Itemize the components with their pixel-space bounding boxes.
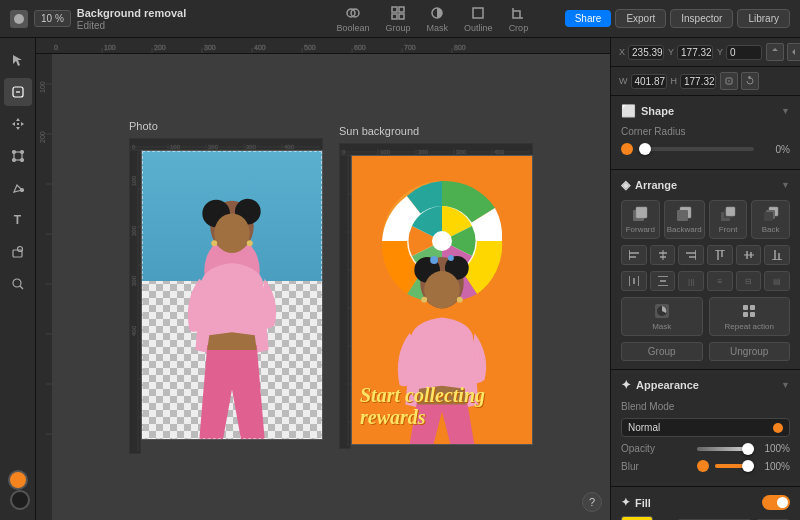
opacity-label: Opacity: [621, 443, 691, 454]
repeat-action-button[interactable]: Repeat action: [709, 297, 791, 336]
opacity-slider[interactable]: [697, 447, 754, 451]
flip-v-icon[interactable]: [787, 43, 800, 61]
appearance-section-header[interactable]: ✦ Appearance ▼: [621, 378, 790, 392]
align-right[interactable]: [678, 245, 704, 265]
blend-mode-dot: [773, 423, 783, 433]
front-button[interactable]: Front: [709, 200, 748, 239]
shape-tool[interactable]: [4, 238, 32, 266]
left-toolbar: T: [0, 38, 36, 520]
forward-label: Forward: [626, 225, 655, 234]
pen-tool[interactable]: [4, 174, 32, 202]
svg-rect-143: [743, 305, 748, 310]
fill-toggle[interactable]: [762, 495, 790, 510]
panel1-label: Photo: [129, 120, 323, 132]
svg-point-104: [430, 256, 438, 264]
zoom-button[interactable]: 10 %: [34, 10, 71, 27]
canvas-panel-1: Photo 0100200300400 100200300400: [129, 120, 323, 454]
inspector-button[interactable]: Inspector: [670, 9, 733, 28]
shape-section-header[interactable]: ⬜ Shape ▼: [621, 104, 790, 118]
svg-text:800: 800: [454, 44, 466, 51]
flip-h-icon[interactable]: [766, 43, 784, 61]
svg-text:500: 500: [304, 44, 316, 51]
bg-remove-tool[interactable]: [4, 78, 32, 106]
h-value[interactable]: 177.32: [680, 74, 716, 89]
align-center-h[interactable]: [650, 245, 676, 265]
h-coord-group: H 177.32: [671, 74, 717, 89]
x-value[interactable]: 235.39: [628, 45, 664, 60]
svg-rect-145: [743, 312, 748, 317]
fill-row: 🗑 #940FFD 100%: [621, 516, 790, 520]
share-button[interactable]: Share: [565, 10, 612, 27]
y-value2[interactable]: 0: [726, 45, 762, 60]
svg-text:600: 600: [354, 44, 366, 51]
text-tool[interactable]: T: [4, 206, 32, 234]
w-value[interactable]: 401.87: [631, 74, 667, 89]
person-silhouette: [142, 151, 322, 439]
align-bottom[interactable]: [764, 245, 790, 265]
svg-rect-110: [677, 210, 688, 221]
dist5[interactable]: ⊟: [736, 271, 762, 291]
export-button[interactable]: Export: [615, 9, 666, 28]
dist4[interactable]: ≡: [707, 271, 733, 291]
blur-slider[interactable]: [715, 464, 754, 468]
svg-point-14: [20, 159, 23, 162]
dist-v[interactable]: [650, 271, 676, 291]
align-center-v[interactable]: [736, 245, 762, 265]
zoom-tool[interactable]: [4, 270, 32, 298]
svg-point-76: [247, 240, 253, 246]
backward-label: Backward: [667, 225, 702, 234]
front-label: Front: [719, 225, 738, 234]
group-button[interactable]: Group: [621, 342, 703, 361]
toolbar-outline[interactable]: Outline: [460, 3, 497, 35]
corner-radius-dot: [621, 143, 633, 155]
topbar: 10 % Background removal Edited Boolean G…: [0, 0, 800, 38]
constrain-icon[interactable]: [720, 72, 738, 90]
corner-radius-slider[interactable]: [639, 147, 754, 151]
help-button[interactable]: ?: [582, 492, 602, 512]
select-tool[interactable]: [4, 46, 32, 74]
backward-button[interactable]: Backward: [664, 200, 705, 239]
photo-canvas[interactable]: [141, 150, 323, 440]
corner-radius-label: Corner Radius: [621, 126, 691, 137]
foreground-color[interactable]: [8, 470, 28, 490]
topbar-left: 10 % Background removal Edited: [0, 7, 310, 31]
svg-rect-132: [774, 250, 776, 260]
svg-rect-127: [721, 250, 723, 257]
sun-canvas[interactable]: Start collectingrewards: [351, 155, 533, 445]
svg-point-11: [12, 151, 15, 154]
y-coord-group: Y 177.32: [668, 45, 713, 60]
fill-color-swatch[interactable]: [621, 516, 653, 520]
fill-icon: ✦: [621, 496, 630, 509]
appearance-title: Appearance: [636, 379, 699, 391]
xy-coord-group2: Y 0: [717, 45, 762, 60]
toolbar-boolean[interactable]: Boolean: [333, 3, 374, 35]
corner-radius-row: Corner Radius: [621, 126, 790, 137]
svg-rect-5: [392, 14, 397, 19]
align-top[interactable]: [707, 245, 733, 265]
arrange-section-header[interactable]: ◈ Arrange ▼: [621, 178, 790, 192]
svg-text:0: 0: [54, 44, 58, 51]
svg-point-105: [448, 255, 454, 261]
dist3[interactable]: |||: [678, 271, 704, 291]
mask-button[interactable]: Mask: [621, 297, 703, 336]
svg-rect-140: [660, 280, 666, 282]
dist-h[interactable]: [621, 271, 647, 291]
y-value[interactable]: 177.32: [677, 45, 713, 60]
transform-tool[interactable]: [4, 142, 32, 170]
blend-mode-select[interactable]: Normal: [621, 418, 790, 437]
ungroup-button[interactable]: Ungroup: [709, 342, 791, 361]
svg-point-103: [457, 297, 463, 303]
back-button[interactable]: Back: [751, 200, 790, 239]
background-color[interactable]: [10, 490, 30, 510]
library-button[interactable]: Library: [737, 9, 790, 28]
move-tool[interactable]: [4, 110, 32, 138]
toolbar-crop[interactable]: Crop: [505, 3, 533, 35]
align-left[interactable]: [621, 245, 647, 265]
forward-button[interactable]: Forward: [621, 200, 660, 239]
toolbar-mask[interactable]: Mask: [423, 3, 453, 35]
toolbar-group[interactable]: Group: [382, 3, 415, 35]
fill-section: ✦ Fill 🗑 #940FFD 100%: [611, 487, 800, 520]
reset-icon[interactable]: [741, 72, 759, 90]
dist6[interactable]: ▤: [764, 271, 790, 291]
inspector-panel: X 235.39 Y 177.32 Y 0 W: [610, 38, 800, 520]
